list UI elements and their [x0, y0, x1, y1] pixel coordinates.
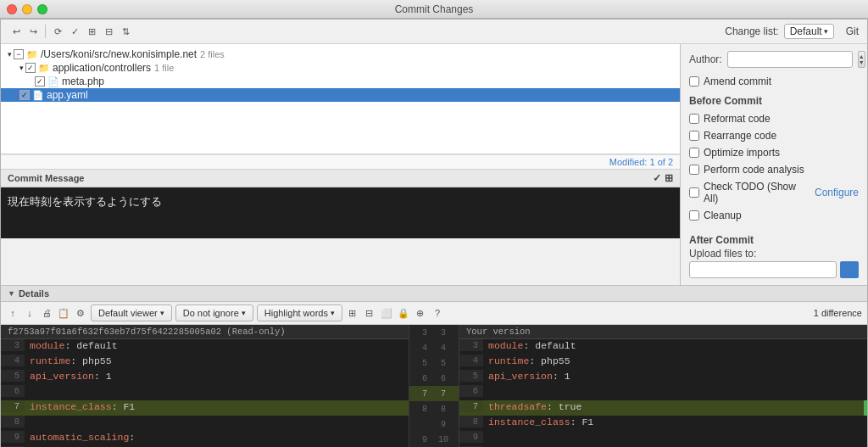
tree-item-badge-root: 2 files — [200, 49, 225, 59]
highlight-label: Highlight words — [264, 308, 328, 318]
right-diff-line-6: 6 — [459, 385, 867, 400]
changed-indicator — [864, 400, 867, 416]
author-input[interactable] — [727, 51, 853, 68]
commit-message-input[interactable]: 現在時刻を表示するようにする — [1, 187, 680, 238]
changelist-select[interactable]: Default ▾ — [784, 24, 834, 39]
check-icon[interactable]: ✓ — [68, 25, 81, 38]
tree-item-label-meta: meta.php — [62, 75, 104, 87]
tree-item-controllers[interactable]: ▾ 📁 application/controllers 1 file — [1, 61, 680, 75]
details-label: Details — [19, 288, 49, 299]
tree-item-badge-controllers: 1 file — [154, 63, 174, 73]
tree-checkbox-meta[interactable] — [35, 76, 45, 87]
reformat-code-row: Reformat code — [689, 112, 859, 126]
commit-message-section: Commit Message ✓ ⊞ 現在時刻を表示するようにする — [1, 169, 680, 238]
left-line-content-4: runtime: php55 — [25, 355, 409, 367]
details-help-icon[interactable]: ? — [431, 306, 444, 320]
upload-button[interactable] — [840, 261, 859, 278]
right-diff-line-3: 3 module: default — [459, 339, 867, 355]
details-viewer-button[interactable]: Default viewer ▾ — [91, 305, 172, 321]
details-settings-icon[interactable]: ⚙ — [74, 306, 87, 320]
details-icon1[interactable]: ⊞ — [346, 306, 359, 320]
details-expand-icon[interactable]: ▼ — [8, 289, 15, 298]
left-diff-header: f2753a97f01a6f632f63eb7d75f6422285005a02… — [1, 325, 409, 339]
rearrange-code-checkbox[interactable] — [689, 131, 699, 141]
right-line-content-3: module: default — [483, 339, 867, 352]
right-line-content-5: api_version: 1 — [483, 370, 867, 383]
optimize-imports-checkbox[interactable] — [689, 148, 699, 158]
configure-link[interactable]: Configure — [815, 187, 859, 198]
left-diff-line-4: 4 runtime: php55 — [1, 355, 409, 370]
cleanup-checkbox[interactable] — [689, 210, 699, 221]
tree-checkbox-root[interactable] — [14, 49, 24, 59]
redo-icon[interactable]: ↪ — [26, 25, 40, 38]
tree-checkbox-app-yaml[interactable] — [19, 90, 30, 100]
spell-check-icon[interactable]: ✓ — [653, 172, 661, 184]
details-down-icon[interactable]: ↓ — [23, 306, 36, 320]
tree-item-root[interactable]: ▾ 📁 /Users/koni/src/new.konisimple.net 2… — [1, 47, 680, 61]
details-toolbar: ↑ ↓ 🖨 📋 ⚙ Default viewer ▾ Do not ignore… — [1, 302, 867, 325]
left-line-num-6: 6 — [1, 385, 25, 397]
changelist-value: Default — [790, 25, 822, 37]
right-diff-content[interactable]: 3 module: default 4 runtime: php55 5 api… — [459, 339, 867, 447]
left-line-num-7: 7 — [1, 400, 25, 412]
collapse-icon[interactable]: ⊟ — [102, 25, 115, 38]
details-icon5[interactable]: ⊕ — [414, 306, 427, 320]
details-highlight-button[interactable]: Highlight words ▾ — [257, 305, 342, 321]
folder-icon: 📁 — [26, 49, 38, 60]
right-line-num-7: 7 — [459, 400, 483, 412]
right-line-content-9 — [483, 431, 867, 433]
right-line-num-5: 5 — [459, 370, 483, 382]
check-todo-row: Check TODO (Show All) Configure — [689, 180, 859, 205]
details-icon3[interactable]: ⬜ — [380, 306, 393, 320]
maximize-button[interactable] — [37, 4, 47, 14]
expand-icon[interactable]: ⊞ — [85, 25, 98, 38]
perform-code-row: Perform code analysis — [689, 163, 859, 176]
tree-item-meta[interactable]: 📄 meta.php — [1, 75, 680, 88]
center-line-numbers: 33 44 55 66 77 88 9 910 1011 — [409, 325, 459, 447]
perform-code-checkbox[interactable] — [689, 165, 699, 175]
undo-icon[interactable]: ↩ — [9, 25, 23, 38]
minimize-button[interactable] — [22, 4, 32, 14]
commit-options-icon[interactable]: ⊞ — [665, 172, 673, 184]
refresh-icon[interactable]: ⟳ — [51, 25, 64, 38]
reformat-code-checkbox[interactable] — [689, 114, 699, 124]
top-toolbar: ↩ ↪ ⟳ ✓ ⊞ ⊟ ⇅ Change list: Default ▾ Git — [1, 20, 867, 44]
sort-icon[interactable]: ⇅ — [119, 25, 132, 38]
git-label: Git — [846, 25, 859, 37]
right-line-num-9: 9 — [459, 431, 483, 443]
left-line-num-9: 9 — [1, 431, 25, 443]
right-diff-header: Your version — [459, 325, 867, 339]
details-ignore-button[interactable]: Do not ignore ▾ — [175, 305, 253, 321]
tree-checkbox-controllers[interactable] — [25, 63, 36, 73]
modified-label: Modified: 1 of 2 — [1, 154, 680, 169]
check-todo-checkbox[interactable] — [689, 187, 699, 198]
left-diff-line-9: 9 automatic_scaling: — [1, 431, 409, 446]
viewer-label: Default viewer — [98, 308, 158, 318]
tree-item-app-yaml[interactable]: 📄 app.yaml — [1, 88, 680, 102]
file-icon-meta: 📄 — [47, 76, 59, 87]
folder-icon-2: 📁 — [38, 63, 50, 74]
author-spinner[interactable]: ▲▼ — [858, 51, 865, 68]
num-pair-9: 9 — [409, 416, 459, 432]
details-print-icon[interactable]: 🖨 — [40, 306, 53, 320]
details-icon2[interactable]: ⊟ — [363, 306, 376, 320]
reformat-code-label: Reformat code — [704, 113, 771, 125]
upload-row — [689, 261, 859, 278]
right-diff-line-5: 5 api_version: 1 — [459, 370, 867, 385]
close-button[interactable] — [7, 4, 17, 14]
details-section: ▼ Details ↑ ↓ 🖨 📋 ⚙ Default viewer ▾ Do … — [1, 285, 867, 447]
amend-commit-checkbox[interactable] — [689, 76, 699, 87]
right-line-num-4: 4 — [459, 355, 483, 366]
after-commit-section: After Commit Upload files to: — [689, 231, 859, 278]
left-diff-line-6: 6 — [1, 385, 409, 400]
details-copy-icon[interactable]: 📋 — [57, 306, 70, 320]
optimize-imports-label: Optimize imports — [704, 147, 780, 159]
upload-input[interactable] — [689, 261, 837, 278]
top-bar-right: Change list: Default ▾ Git — [725, 24, 859, 39]
diff-viewer: f2753a97f01a6f632f63eb7d75f6422285005a02… — [1, 325, 867, 447]
details-up-icon[interactable]: ↑ — [6, 306, 19, 320]
upload-files-label: Upload files to: — [689, 248, 859, 260]
left-diff-content[interactable]: 3 module: default 4 runtime: php55 5 api… — [1, 339, 409, 447]
details-icon4[interactable]: 🔒 — [397, 306, 410, 320]
amend-commit-label: Amend commit — [704, 75, 771, 87]
